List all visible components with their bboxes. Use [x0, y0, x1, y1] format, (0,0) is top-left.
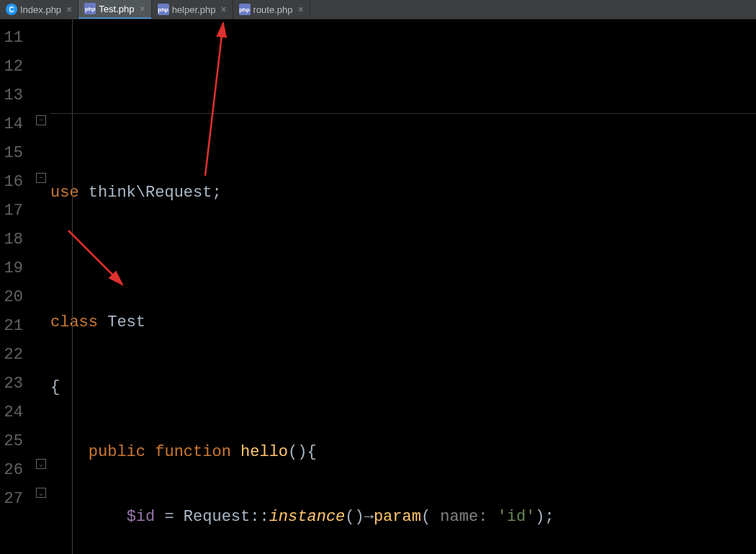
fold-end-icon[interactable]: ⌃ [36, 459, 46, 469]
code-line: public function hello(){ [50, 438, 756, 467]
code-line: class Test [50, 308, 756, 337]
tab-test[interactable]: php Test.php × [78, 0, 151, 19]
tab-label: route.php [253, 4, 293, 15]
line-number: 14 [0, 110, 23, 139]
line-number: 27 [0, 485, 23, 514]
tab-index[interactable]: C Index.php × [0, 0, 78, 19]
close-icon[interactable]: × [66, 4, 72, 15]
close-icon[interactable]: × [139, 3, 145, 14]
code-area[interactable]: use think\Request; class Test { public f… [50, 19, 756, 554]
line-number: 17 [0, 197, 23, 225]
fold-end-icon[interactable]: ⌃ [36, 488, 46, 498]
line-number: 18 [0, 225, 23, 254]
line-number: 25 [0, 427, 23, 456]
line-number: 20 [0, 283, 23, 312]
separator-line [50, 113, 756, 114]
tab-bar: C Index.php × php Test.php × php helper.… [0, 0, 756, 19]
php-icon: php [158, 4, 169, 15]
line-number: 21 [0, 312, 23, 341]
code-line [50, 114, 756, 143]
code-line: { [50, 373, 756, 402]
gutter: 11 12 13 14 15 16 17 18 19 20 21 22 23 2… [0, 19, 35, 554]
close-icon[interactable]: × [220, 4, 226, 15]
tab-label: Index.php [20, 4, 61, 15]
tab-label: Test.php [99, 4, 134, 14]
fold-icon[interactable]: − [36, 173, 46, 183]
tab-label: helper.php [172, 4, 216, 15]
line-number: 26 [0, 456, 23, 485]
c-icon: C [6, 4, 17, 15]
line-number: 13 [0, 81, 23, 110]
line-number: 19 [0, 254, 23, 283]
tab-helper[interactable]: php helper.php × [152, 0, 233, 19]
line-number: 22 [0, 341, 23, 370]
line-number: 24 [0, 398, 23, 427]
fold-icon[interactable]: − [36, 115, 46, 125]
code-line: $id = Request::instance()→param( name: '… [50, 503, 756, 532]
php-icon: php [239, 4, 251, 15]
line-number: 11 [0, 24, 23, 53]
editor: 11 12 13 14 15 16 17 18 19 20 21 22 23 2… [0, 19, 756, 554]
fold-column: − − ⌃ ⌃ [35, 19, 50, 554]
tab-route[interactable]: php route.php × [233, 0, 310, 19]
line-number: 16 [0, 168, 23, 197]
code-line [50, 244, 756, 272]
close-icon[interactable]: × [298, 4, 304, 15]
line-number: 12 [0, 53, 23, 81]
line-number: 15 [0, 139, 23, 168]
code-line: use think\Request; [50, 179, 756, 207]
line-number: 23 [0, 370, 23, 398]
php-icon: php [84, 3, 96, 14]
